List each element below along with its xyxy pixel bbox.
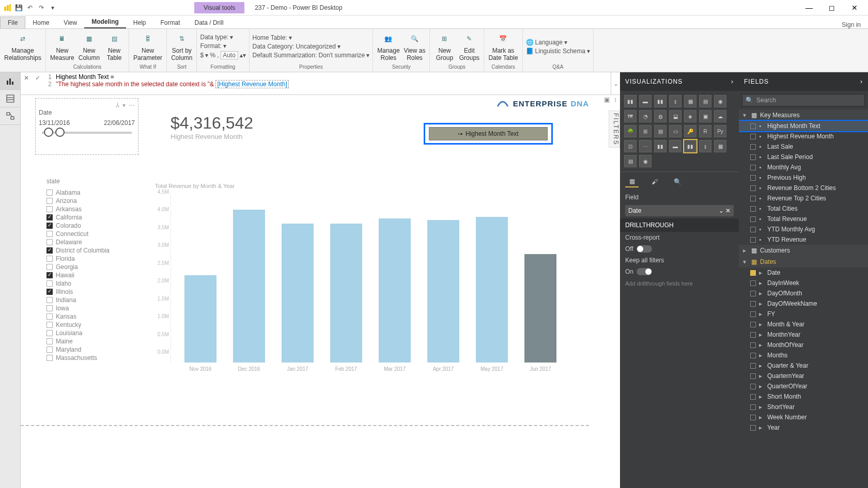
checkbox-icon[interactable] [47,264,53,270]
field-item[interactable]: ▸QuarterOfYear [739,381,868,391]
state-option[interactable]: Illinois [47,288,140,295]
date-end[interactable]: 22/06/2017 [104,119,135,127]
field-checkbox[interactable] [750,342,756,348]
state-option[interactable]: Idaho [47,280,140,287]
visual-type-button[interactable]: ▮▮ [684,140,696,152]
checkbox-icon[interactable] [47,206,53,212]
report-canvas[interactable]: ▣ ↕ FILTERS ENTERPRISE DNA ⅄ ▾ ⋯ Date 13… [21,95,620,488]
table-dates[interactable]: ▾▦Dates [739,256,868,267]
field-checkbox[interactable] [750,144,756,150]
field-item[interactable]: ▸QuarternYear [739,371,868,381]
state-slicer[interactable]: state AlabamaArizonaArkansasCaliforniaCo… [47,178,140,363]
field-checkbox[interactable] [750,280,756,286]
state-option[interactable]: Hawaii [47,272,140,279]
slicer-clear-icon[interactable]: ⅄ [116,102,119,109]
checkbox-icon[interactable] [47,313,53,320]
slider-handle-start[interactable] [44,128,53,137]
checkbox-icon[interactable] [47,355,53,361]
chart-bar[interactable] [427,220,459,363]
state-option[interactable]: Florida [47,255,140,262]
chart-bar[interactable] [184,275,216,363]
field-item[interactable]: ▪Last Sale [739,141,868,152]
field-item[interactable]: ▪YTD Monthly Avg [739,224,868,234]
drill-mode-icon[interactable]: ↕ [614,96,617,103]
checkbox-icon[interactable] [47,347,53,353]
fields-pane-collapse-icon[interactable]: › [860,78,863,85]
field-checkbox[interactable] [750,425,756,431]
field-checkbox[interactable] [750,322,756,327]
field-item[interactable]: ▸Date [739,267,868,278]
selected-card-visual[interactable]: ▫▪ Highest Month Text [424,123,553,145]
visual-type-button[interactable]: ⬓ [669,110,681,122]
field-item[interactable]: ▪Highest Revenue Month [739,131,868,141]
visual-type-button[interactable]: ⫿ [699,140,711,152]
manage-relationships-button[interactable]: ⇄Manage Relationships [3,30,42,62]
chart-bar[interactable] [330,224,362,363]
chart-bar[interactable] [282,224,314,363]
checkbox-icon[interactable] [47,305,53,311]
field-checkbox[interactable] [750,185,756,191]
fields-tab-icon[interactable]: ▦ [625,176,639,187]
percent-button[interactable]: % [210,52,216,59]
state-option[interactable]: District of Columbia [47,247,140,254]
checkbox-icon[interactable] [47,198,53,204]
checkbox-icon[interactable] [47,223,53,229]
tab-file[interactable]: File [0,17,25,28]
visual-type-button[interactable]: ⫿ [669,95,681,107]
field-item[interactable]: ▸FY [739,309,868,319]
field-checkbox[interactable] [750,206,756,212]
field-item[interactable]: ▸DayInWeek [739,278,868,288]
currency-button[interactable]: $ ▾ [200,52,208,59]
visual-type-button[interactable]: Py [714,125,726,137]
checkbox-icon[interactable] [47,231,53,237]
visual-type-button[interactable]: R [699,125,711,137]
checkbox-icon[interactable] [47,190,53,196]
visual-type-button[interactable]: ▦ [714,140,726,152]
field-item[interactable]: ▪Highest Month Text [739,121,868,131]
manage-roles-button[interactable]: 👥Manage Roles [376,30,400,62]
mark-as-date-table-button[interactable]: 📅Mark as Date Table [487,30,519,62]
slicer-more-icon[interactable]: ⋯ [129,102,135,109]
checkbox-icon[interactable] [47,247,53,254]
visual-type-button[interactable]: ▤ [699,95,711,107]
field-item[interactable]: ▪Revenue Top 2 Cities [739,193,868,203]
field-item[interactable]: ▪Total Cities [739,203,868,214]
formula-cancel-icon[interactable]: ✕ [22,73,31,83]
comma-button[interactable]: , [217,52,219,59]
visual-type-button[interactable]: ☁ [714,110,726,122]
state-option[interactable]: California [47,214,140,221]
field-item[interactable]: ▸ShortYear [739,402,868,412]
table-customers[interactable]: ▸▦Customers [739,245,868,256]
field-item[interactable]: ▸Week Number [739,412,868,422]
field-checkbox[interactable] [750,216,756,222]
new-measure-button[interactable]: 🖩New Measure [49,30,75,62]
state-option[interactable]: Iowa [47,305,140,312]
field-checkbox[interactable] [750,123,756,129]
field-checkbox[interactable] [750,353,756,358]
new-table-button[interactable]: ▤New Table [103,30,126,62]
field-checkbox[interactable] [750,196,756,201]
field-checkbox[interactable] [750,237,756,243]
analytics-tab-icon[interactable]: 🔍 [671,176,684,187]
checkbox-icon[interactable] [47,330,53,336]
state-option[interactable]: Indiana [47,296,140,304]
visual-type-button[interactable]: ▦ [684,95,696,107]
state-option[interactable]: Kentucky [47,321,140,328]
chart-bar[interactable] [379,218,411,363]
new-group-button[interactable]: ⊞New Group [433,30,456,62]
field-checkbox[interactable] [750,301,756,307]
report-view-button[interactable] [0,72,20,90]
visual-type-button[interactable]: ◈ [684,110,696,122]
slicer-dropdown-icon[interactable]: ▾ [122,102,126,109]
bar-chart[interactable]: Total Revenue by Month & Year 0.0M0.5M1.… [155,183,589,374]
field-checkbox[interactable] [750,332,756,338]
drill-up-icon[interactable]: ▣ [604,96,610,103]
undo-icon[interactable]: ↶ [26,4,34,12]
field-checkbox[interactable] [750,291,756,296]
view-as-roles-button[interactable]: 🔍View as Roles [403,30,427,62]
keep-filters-toggle[interactable] [637,268,652,275]
new-parameter-button[interactable]: 🎛New Parameter [132,30,163,62]
field-well-remove-icon[interactable]: ✕ [725,207,731,214]
field-checkbox[interactable] [750,311,756,317]
new-column-button[interactable]: ▦New Column [78,30,101,62]
